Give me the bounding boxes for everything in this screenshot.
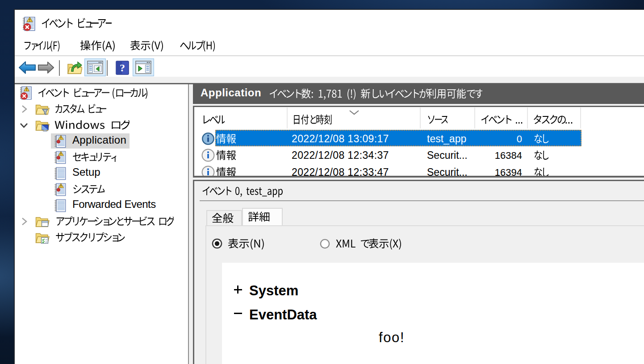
svg-text:?: ? xyxy=(120,62,125,74)
